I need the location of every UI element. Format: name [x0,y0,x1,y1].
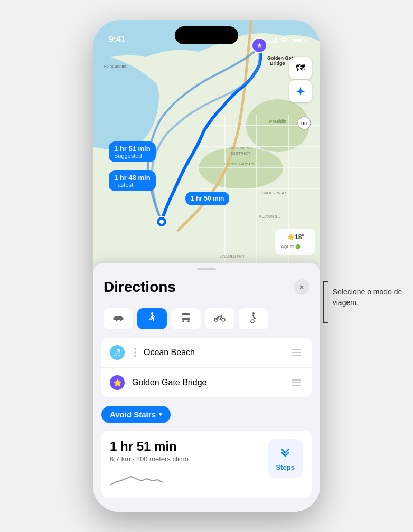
transit-mode-button[interactable] [171,308,201,329]
svg-text:LINCOLN WAY: LINCOLN WAY [220,254,245,258]
location-button[interactable] [289,80,312,102]
map-area[interactable]: ★ Golden Gate Bridge 101 Presidio Golden… [93,20,320,279]
steps-label: Steps [276,463,295,471]
avoid-stairs-button[interactable]: Avoid Stairs ▾ [101,406,171,423]
transport-modes-row [93,308,320,338]
origin-reorder-handle[interactable] [289,347,303,358]
svg-text:CALIFORNIA S...: CALIFORNIA S... [262,191,290,195]
destination-row: ⭐ Golden Gate Bridge [101,368,312,397]
annotation-bracket [323,281,328,323]
svg-text:18°: 18° [295,233,304,241]
route-info-left: 1 hr 51 min 6.7 km · 200 meters climb [110,439,268,490]
steps-chevron-icon [279,445,292,461]
annotation: Selecione o modo de viagem. [323,279,413,323]
svg-rect-32 [182,315,190,318]
svg-text:☀️: ☀️ [287,233,295,241]
walk-mode-button[interactable] [137,308,167,329]
wheelchair-mode-button[interactable] [239,308,268,329]
origin-icon: 🏖 [110,345,125,360]
svg-text:AQI 25 🟢: AQI 25 🟢 [281,244,301,249]
route-dots [132,348,136,357]
svg-point-41 [251,320,254,323]
dynamic-island [175,26,238,44]
avoid-options-row: Avoid Stairs ▾ [93,404,320,431]
directions-title: Directions [104,279,176,296]
destination-reorder-handle[interactable] [289,377,303,388]
wheelchair-icon [249,312,258,326]
svg-text:Presidio: Presidio [269,119,287,124]
svg-text:FULTON S...: FULTON S... [259,215,280,218]
map-view-button[interactable]: 🗺 [289,57,312,79]
elevation-chart [110,469,268,490]
map-background: ★ Golden Gate Bridge 101 Presidio Golden… [93,20,320,279]
custom-route-row: Create a Custom Route [93,505,320,512]
route-distance-detail: 6.7 km · 200 meters climb [110,455,268,463]
svg-text:Golden Gate Pa...: Golden Gate Pa... [224,162,258,166]
sheet-title-row: Directions × [104,270,309,302]
avoid-stairs-label: Avoid Stairs [110,410,156,419]
status-time: 9:41 [109,35,125,44]
origin-name: Ocean Beach [144,348,282,357]
destination-name: Golden Gate Bridge [132,378,282,387]
svg-text:DISTRICT: DISTRICT [231,151,251,156]
svg-point-34 [187,320,190,322]
status-icons [267,36,304,44]
suggested-route-label[interactable]: 1 hr 51 min Suggested [109,141,156,162]
svg-text:RICHMOND: RICHMOND [229,146,252,150]
cycle-mode-button[interactable] [205,308,234,329]
svg-point-33 [182,320,184,322]
wifi-icon [280,36,288,44]
bicycle-icon [214,314,226,325]
svg-point-30 [151,312,153,315]
third-route-label[interactable]: 1 hr 50 min [185,192,229,205]
annotation-text: Selecione o modo de viagem. [333,279,413,308]
walk-icon [148,312,156,326]
map-buttons: 🗺 [289,57,312,102]
signal-bars-icon [267,37,277,43]
origin-row: 🏖 Ocean Beach [101,338,312,368]
sheet-header: Directions × [93,270,320,308]
svg-text:101: 101 [300,121,308,126]
svg-point-11 [159,220,164,224]
svg-text:Point Bonita: Point Bonita [104,64,127,69]
drive-mode-button[interactable] [104,308,133,329]
destination-icon: ⭐ [110,375,125,390]
close-button[interactable]: × [294,279,309,295]
steps-button[interactable]: Steps [268,439,303,478]
svg-point-40 [252,312,255,315]
elevation-svg [110,469,163,488]
avoid-stairs-chevron-icon: ▾ [159,411,162,418]
bus-icon [181,312,191,326]
svg-point-39 [221,314,222,316]
route-info-card: 1 hr 51 min 6.7 km · 200 meters climb [101,431,312,498]
car-icon [112,314,124,325]
fastest-route-label[interactable]: 1 hr 48 min Fastest [109,170,156,191]
destinations-card: 🏖 Ocean Beach ⭐ Golden Gate B [101,338,312,397]
svg-text:Bridge: Bridge [270,61,285,66]
route-duration: 1 hr 51 min [110,439,268,454]
directions-sheet: Directions × [93,263,320,512]
svg-rect-26 [275,229,315,255]
battery-icon [292,37,304,43]
